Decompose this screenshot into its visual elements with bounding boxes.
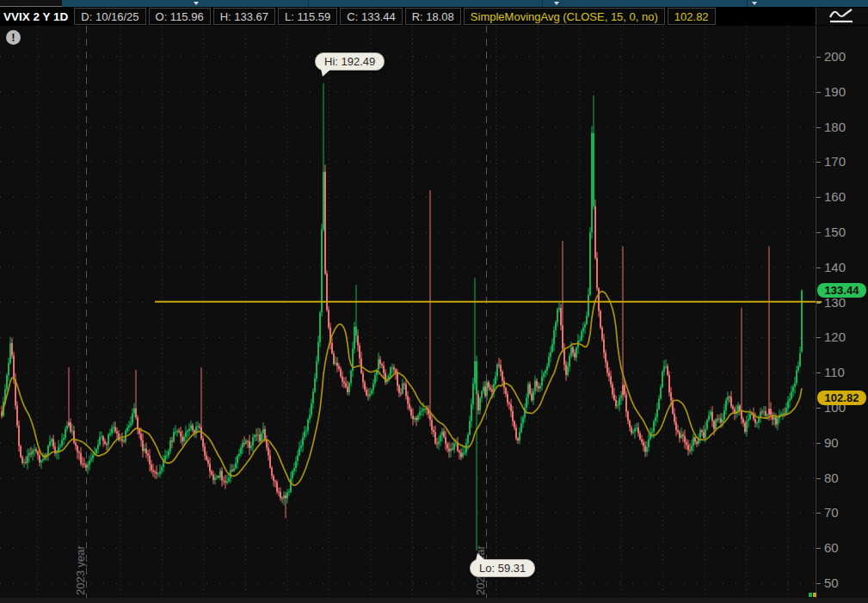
axis-tick <box>816 548 821 549</box>
price-chart[interactable] <box>0 0 816 603</box>
toolbar-strip <box>0 0 868 7</box>
toolbar-caret-icon <box>554 2 559 5</box>
ohlc-readout-bar: VVIX 2 Y 1D D: 10/16/25 O: 115.96 H: 133… <box>0 7 868 26</box>
sma-value-badge: 102.82 <box>817 391 866 405</box>
year-label-2023: 2023 year <box>74 545 87 595</box>
low-callout: Lo: 59.31 <box>470 559 535 577</box>
axis-label: 150 <box>824 225 846 240</box>
panel-divider <box>0 598 868 603</box>
axis-label: 80 <box>824 471 839 486</box>
toolbar-caret-icon <box>194 2 199 5</box>
readout-range: R: 18.08 <box>405 8 461 25</box>
chart-style-button[interactable] <box>816 8 868 25</box>
mini-badge-yellow <box>813 593 816 597</box>
axis-tick <box>816 583 821 584</box>
axis-tick <box>816 408 821 409</box>
axis-tick <box>816 57 821 58</box>
hline-axis-tick <box>816 301 822 303</box>
axis-tick <box>816 513 821 514</box>
readout-date: D: 10/16/25 <box>74 8 145 25</box>
study-label[interactable]: SimpleMovingAvg (CLOSE, 15, 0, no) <box>464 8 665 25</box>
axis-label: 180 <box>824 120 846 135</box>
axis-label: 50 <box>824 575 839 591</box>
axis-tick <box>816 337 821 338</box>
axis-label: 140 <box>824 260 846 275</box>
axis-tick <box>816 232 821 233</box>
high-callout: Hi: 192.49 <box>315 52 385 71</box>
axis-label: 90 <box>824 435 839 451</box>
readout-high: H: 133.67 <box>213 8 275 25</box>
axis-label: 160 <box>824 189 846 205</box>
mini-badge-green <box>809 593 812 597</box>
axis-tick <box>816 197 821 198</box>
alert-icon[interactable]: ! <box>6 30 21 45</box>
axis-label: 120 <box>824 329 846 345</box>
axis-tick <box>816 372 821 373</box>
axis-label: 200 <box>824 49 846 65</box>
last-price-badge: 133.44 <box>817 283 866 298</box>
price-axis[interactable]: 133.44 102.82 20019018017016015014013012… <box>816 7 868 598</box>
axis-label: 170 <box>824 154 846 169</box>
axis-tick <box>816 478 821 479</box>
trading-chart-window: VVIX 2 Y 1D D: 10/16/25 O: 115.96 H: 133… <box>0 0 868 603</box>
readout-close: C: 133.44 <box>340 8 402 25</box>
axis-tick <box>816 162 821 163</box>
readout-low: L: 115.59 <box>278 8 337 25</box>
toolbar-separator <box>542 0 543 7</box>
study-value: 102.82 <box>668 8 716 25</box>
axis-tick <box>816 268 821 268</box>
axis-tick <box>816 443 821 444</box>
axis-label: 110 <box>824 365 845 380</box>
axis-label: 60 <box>824 540 839 556</box>
axis-label: 70 <box>824 505 839 520</box>
axis-tick <box>816 92 821 93</box>
toolbar-separator <box>308 0 309 7</box>
symbol-label: VVIX 2 Y 1D <box>2 8 71 25</box>
axis-label: 190 <box>824 84 846 100</box>
readout-open: O: 115.96 <box>149 8 211 25</box>
chart-style-icon <box>828 8 857 25</box>
toolbar-caret-icon <box>752 2 757 5</box>
toolbar-dropdown-edge <box>0 0 62 7</box>
toolbar-separator <box>747 0 748 7</box>
axis-tick <box>816 127 821 128</box>
